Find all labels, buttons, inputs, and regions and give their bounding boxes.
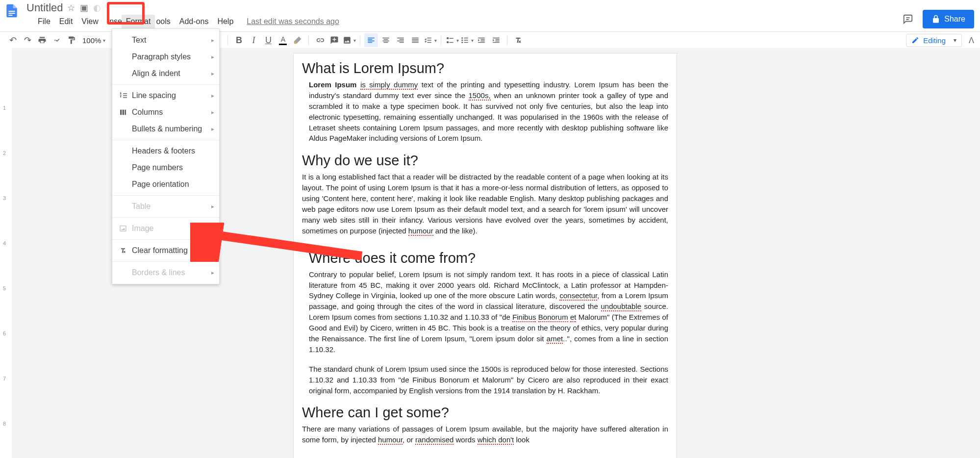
svg-rect-12: [125, 110, 126, 115]
svg-rect-10: [120, 110, 122, 115]
align-center-button[interactable]: [379, 33, 393, 47]
format-menu-bullets-numbering[interactable]: Bullets & numbering▸: [112, 121, 219, 137]
title-bar: Untitled ☆ ▣ ◐: [0, 0, 980, 15]
comments-icon[interactable]: [901, 12, 915, 26]
menu-bar: File Edit View Insert Format ools Add-on…: [0, 15, 980, 28]
menu-file[interactable]: File: [33, 15, 55, 28]
bold-button[interactable]: B: [232, 33, 246, 47]
paint-format-button[interactable]: [65, 33, 78, 47]
paragraph-3[interactable]: Contrary to popular belief, Lorem Ipsum …: [309, 269, 668, 355]
svg-rect-13: [120, 226, 126, 231]
pencil-icon: [911, 36, 919, 44]
move-folder-icon[interactable]: ▣: [80, 2, 88, 13]
menu-tools[interactable]: ools: [155, 15, 175, 28]
align-justify-button[interactable]: [408, 33, 422, 47]
format-menu-align-indent[interactable]: Align & indent▸: [112, 65, 219, 82]
highlight-button[interactable]: [291, 33, 304, 47]
spellcheck-button[interactable]: [50, 33, 64, 47]
line-spacing-button[interactable]: [423, 33, 437, 47]
format-menu-borders-lines: Borders & lines▸: [112, 264, 219, 281]
insert-image-button[interactable]: [342, 33, 356, 47]
menu-help[interactable]: Help: [213, 15, 238, 28]
svg-rect-2: [8, 15, 12, 16]
format-menu-page-numbers[interactable]: Page numbers: [112, 159, 219, 176]
svg-rect-5: [447, 37, 449, 39]
star-icon[interactable]: ☆: [67, 2, 75, 13]
bulleted-list-button[interactable]: [460, 33, 474, 47]
share-label: Share: [944, 15, 965, 24]
format-menu-page-orientation[interactable]: Page orientation: [112, 176, 219, 193]
clear-formatting-button[interactable]: [511, 33, 525, 47]
svg-point-7: [461, 37, 463, 39]
paragraph-4[interactable]: The standard chunk of Lorem Ipsum used s…: [309, 364, 668, 396]
svg-point-9: [461, 42, 463, 43]
heading-2[interactable]: Why do we use it?: [302, 153, 668, 169]
increase-indent-button[interactable]: [489, 33, 503, 47]
last-edit-link[interactable]: Last edit was seconds ago: [247, 17, 339, 26]
docs-logo-icon[interactable]: [4, 0, 20, 22]
svg-point-8: [461, 40, 463, 41]
paragraph-1[interactable]: Lorem Ipsum is simply dummy text of the …: [309, 79, 668, 144]
undo-button[interactable]: ↶: [6, 33, 20, 47]
checklist-button[interactable]: [445, 33, 459, 47]
lock-icon: [931, 15, 940, 24]
svg-rect-6: [447, 41, 449, 43]
ruler-vertical[interactable]: 123456789: [0, 48, 12, 458]
insert-link-button[interactable]: [313, 33, 327, 47]
heading-3[interactable]: Where does it come from?: [309, 250, 668, 266]
format-menu-line-spacing[interactable]: Line spacing▸: [112, 87, 219, 104]
format-menu-clear-formatting[interactable]: Clear formatting: [112, 242, 219, 259]
annotation-highlight: [107, 2, 145, 25]
format-menu-table: Table▸: [112, 198, 219, 215]
format-menu-columns[interactable]: Columns▸: [112, 104, 219, 121]
document-page[interactable]: What is Lorem Ipsum? Lorem Ipsum is simp…: [293, 53, 677, 458]
menu-addons[interactable]: Add-ons: [175, 15, 213, 28]
menu-edit[interactable]: Edit: [55, 15, 77, 28]
format-menu-image: Image▸: [112, 220, 219, 237]
share-button[interactable]: Share: [923, 10, 974, 28]
decrease-indent-button[interactable]: [475, 33, 488, 47]
document-title[interactable]: Untitled: [26, 1, 63, 14]
format-menu-paragraph-styles[interactable]: Paragraph styles▸: [112, 49, 219, 65]
paragraph-5[interactable]: There are many variations of passages of…: [302, 424, 668, 445]
editing-mode-button[interactable]: Editing ▾: [906, 34, 962, 47]
text-color-button[interactable]: A: [276, 33, 290, 47]
svg-rect-11: [123, 110, 124, 115]
svg-rect-0: [8, 11, 15, 12]
format-dropdown: Text▸Paragraph styles▸Align & indent▸Lin…: [112, 28, 220, 284]
menu-view[interactable]: View: [77, 15, 102, 28]
align-left-button[interactable]: [364, 33, 378, 47]
collapse-toolbar-button[interactable]: ᐱ: [969, 36, 974, 45]
format-menu-text[interactable]: Text▸: [112, 32, 219, 49]
paragraph-2[interactable]: It is a long established fact that a rea…: [302, 172, 668, 236]
svg-rect-1: [8, 13, 15, 14]
print-button[interactable]: [35, 33, 49, 47]
heading-4[interactable]: Where can I get some?: [302, 405, 668, 421]
insert-comment-button[interactable]: [327, 33, 341, 47]
heading-1[interactable]: What is Lorem Ipsum?: [302, 60, 668, 76]
format-menu-headers-footers[interactable]: Headers & footers: [112, 143, 219, 159]
redo-button[interactable]: ↷: [21, 33, 34, 47]
align-right-button[interactable]: [394, 33, 407, 47]
italic-button[interactable]: I: [247, 33, 260, 47]
zoom-select[interactable]: 100%: [79, 34, 108, 47]
cloud-icon[interactable]: ◐: [93, 2, 101, 13]
underline-button[interactable]: U: [261, 33, 275, 47]
